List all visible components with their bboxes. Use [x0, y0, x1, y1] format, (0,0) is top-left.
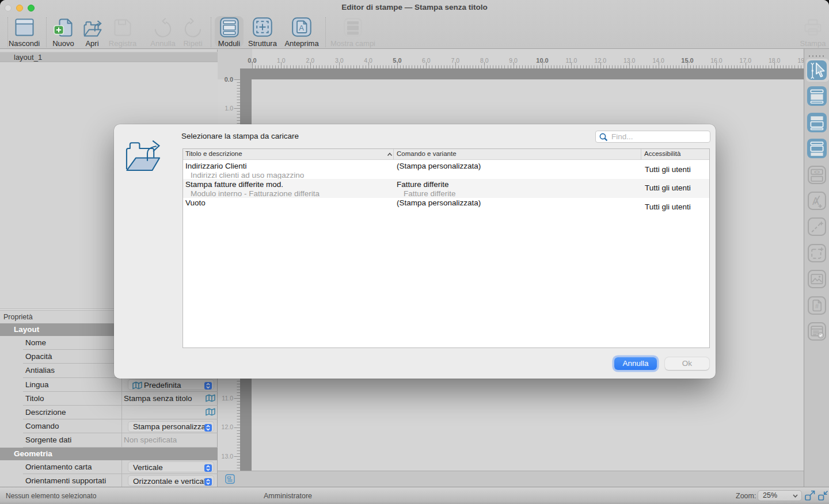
svg-text:4.0: 4.0 — [364, 57, 372, 64]
svg-text:13.0: 13.0 — [222, 453, 234, 460]
svg-text:0.0: 0.0 — [225, 76, 233, 83]
svg-text:<>: <> — [814, 169, 820, 175]
svg-text:15.0: 15.0 — [681, 57, 693, 64]
svg-text:13.0: 13.0 — [623, 57, 636, 64]
svg-text:8.0: 8.0 — [480, 57, 489, 64]
svg-text:3.0: 3.0 — [335, 57, 344, 64]
svg-text:12.0: 12.0 — [595, 57, 607, 64]
svg-text:1.0: 1.0 — [277, 57, 286, 64]
svg-text:16.0: 16.0 — [710, 57, 722, 64]
svg-text:18.0: 18.0 — [769, 57, 781, 64]
svg-text:0.0: 0.0 — [248, 57, 256, 64]
svg-text:5.0: 5.0 — [393, 57, 401, 64]
svg-text:1.0: 1.0 — [225, 105, 233, 112]
svg-text:7.0: 7.0 — [451, 57, 459, 64]
svg-text:17.0: 17.0 — [740, 57, 752, 64]
svg-text:2.0: 2.0 — [306, 57, 314, 64]
svg-text:14.0: 14.0 — [652, 57, 664, 64]
svg-text:A: A — [299, 24, 304, 32]
svg-text:19.0: 19.0 — [797, 57, 804, 64]
svg-text:11.0: 11.0 — [222, 395, 233, 402]
svg-text:12.0: 12.0 — [222, 423, 234, 430]
svg-text:6.0: 6.0 — [422, 57, 431, 64]
svg-text:9.0: 9.0 — [509, 57, 518, 64]
svg-text:11.0: 11.0 — [566, 57, 577, 64]
svg-text:#: # — [815, 303, 819, 310]
svg-text:10.0: 10.0 — [536, 57, 548, 64]
